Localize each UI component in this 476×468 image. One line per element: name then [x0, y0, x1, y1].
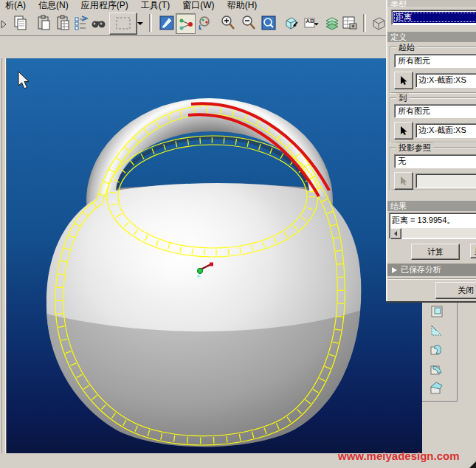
main-toolbar: AB — [0, 10, 386, 36]
compute-button[interactable]: 计算 — [411, 244, 460, 260]
to-pick-row: 边:X-截面:XS — [394, 122, 476, 140]
to-select-button[interactable] — [394, 122, 413, 140]
radius-analysis-icon[interactable] — [427, 360, 446, 378]
distance-analysis-dialog: 类型 距离 定义 起始 所有图元 边:X-截面:XS 到 所有图元 边:X-截面… — [386, 0, 476, 301]
extrude-icon[interactable] — [281, 13, 300, 32]
start-pick-row: 边:X-截面:XS — [394, 72, 476, 89]
display-button[interactable]: 显 — [470, 244, 476, 258]
cursor-arrow-icon — [399, 75, 409, 86]
menu-help[interactable]: 帮助(H) — [222, 0, 263, 10]
projection-group-legend: 投影参照 — [396, 142, 433, 154]
clipped-edge-icon[interactable] — [0, 13, 8, 32]
selection-box-icon[interactable] — [109, 13, 137, 35]
scroll-left-button[interactable] — [390, 228, 401, 239]
copy-icon[interactable] — [11, 13, 30, 32]
surface-curvature-icon[interactable] — [427, 341, 446, 359]
menu-analysis[interactable]: 析(A) — [0, 0, 31, 10]
toolbar-separator — [149, 14, 152, 32]
graphics-viewport[interactable] — [6, 58, 423, 453]
shaded-view-icon[interactable] — [157, 13, 176, 32]
cursor-arrow-icon — [399, 176, 409, 186]
type-combo-value: 距离 — [393, 12, 476, 23]
menu-tools[interactable]: 工具(T) — [136, 0, 175, 10]
projection-group: 投影参照 无 — [390, 147, 476, 191]
to-group: 到 所有图元 边:X-截面:XS — [390, 97, 476, 143]
zoom-orbit-icon[interactable] — [195, 13, 213, 32]
svg-text:AB: AB — [306, 18, 314, 24]
mouse-cursor — [18, 72, 29, 89]
cad-app-window: { "menu": { "items": [ {"label": "析(A)"}… — [0, 0, 476, 468]
paste-special-icon[interactable] — [54, 13, 72, 32]
result-box: 距离 = 13.9954。 — [389, 213, 476, 239]
menu-bar: 析(A) 信息(N) 应用程序(P) 工具(T) 窗口(W) 帮助(H) — [0, 0, 386, 10]
definition-section-header: 定义 — [387, 32, 476, 42]
projection-selection-field — [415, 173, 476, 188]
refresh-list-icon[interactable] — [72, 13, 90, 32]
start-filter-dropdown[interactable]: 所有图元 — [394, 54, 476, 68]
zoom-box-icon[interactable] — [259, 13, 277, 32]
projection-pick-row — [394, 172, 476, 190]
menu-window[interactable]: 窗口(W) — [177, 0, 219, 10]
start-selection-field[interactable]: 边:X-截面:XS — [415, 73, 476, 88]
face-analysis-icon[interactable] — [427, 303, 446, 320]
type-section-header: 类型 — [387, 0, 476, 7]
toolbar-separator-2 — [363, 14, 366, 32]
dialog-separator — [387, 278, 476, 280]
resize-corner[interactable] — [469, 461, 476, 468]
close-button[interactable]: 关闭 — [435, 282, 476, 299]
watermark: www.meiyadesign.com — [338, 450, 460, 462]
to-group-legend: 到 — [396, 93, 409, 104]
zoom-in-icon[interactable] — [218, 13, 237, 32]
to-selection-field[interactable]: 边:X-截面:XS — [415, 123, 476, 138]
layers-icon[interactable] — [322, 13, 341, 32]
menu-application[interactable]: 应用程序(P) — [76, 0, 134, 10]
menu-information[interactable]: 信息(N) — [33, 0, 74, 10]
result-section-header: 结果 — [387, 201, 476, 211]
start-group: 起始 所有图元 边:X-截面:XS — [390, 47, 476, 94]
type-combo[interactable]: 距离 — [391, 10, 476, 25]
wireframe-cube-icon[interactable] — [369, 13, 387, 32]
model-canvas — [7, 58, 423, 453]
projection-select-button-disabled — [394, 172, 413, 190]
paste-icon[interactable] — [35, 13, 53, 32]
cursor-arrow-icon — [399, 125, 409, 136]
saved-analysis-expander[interactable]: 已保存分析 — [387, 264, 476, 276]
start-select-button[interactable] — [394, 72, 413, 89]
expander-triangle-icon — [390, 266, 398, 274]
start-group-legend: 起始 — [396, 42, 417, 53]
text-ab-icon[interactable]: AB — [303, 13, 322, 32]
projection-dropdown[interactable]: 无 — [394, 154, 476, 168]
scroll-left-arrow-icon — [393, 231, 399, 236]
analysis-icon-toolbar — [422, 301, 458, 402]
to-filter-dropdown[interactable]: 所有图元 — [394, 104, 476, 118]
slope-analysis-icon[interactable] — [427, 379, 446, 397]
snap-point-icon[interactable] — [176, 13, 196, 34]
draft-angle-icon[interactable] — [427, 322, 446, 340]
zoom-out-icon[interactable] — [239, 13, 258, 32]
result-text: 距离 = 13.9954。 — [390, 213, 476, 226]
find-icon[interactable] — [89, 13, 107, 32]
selection-dropdown-caret[interactable] — [136, 13, 145, 32]
result-scrollbar[interactable] — [390, 228, 476, 238]
table-camera-icon[interactable] — [340, 13, 359, 32]
